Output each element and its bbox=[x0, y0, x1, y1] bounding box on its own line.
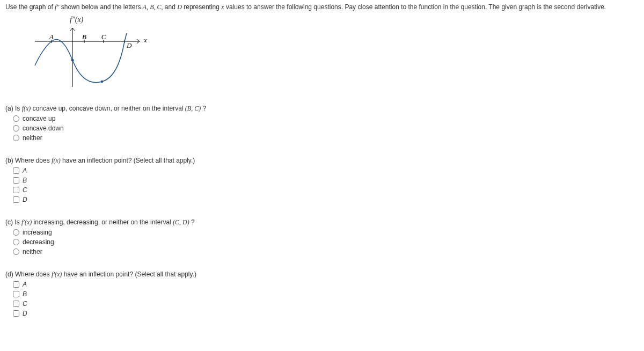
checkbox-b-2[interactable] bbox=[13, 187, 19, 193]
question-b-text: (b) Where does f(x) have an inflection p… bbox=[5, 157, 639, 165]
option-a-concave-up[interactable]: concave up bbox=[13, 115, 639, 122]
checkbox-d-2[interactable] bbox=[13, 301, 19, 307]
radio-c-2[interactable] bbox=[13, 248, 19, 255]
option-d-C[interactable]: C bbox=[13, 300, 639, 308]
option-a-neither[interactable]: neither bbox=[13, 134, 639, 142]
question-c-text: (c) Is f′(x) increasing, decreasing, or … bbox=[5, 218, 639, 226]
svg-point-8 bbox=[101, 81, 103, 83]
second-derivative-graph: A B C D x bbox=[32, 25, 150, 90]
point-label-d: D bbox=[126, 41, 132, 49]
radio-a-1[interactable] bbox=[13, 125, 19, 131]
question-d: (d) Where does f′(x) have an inflection … bbox=[5, 270, 639, 317]
checkbox-d-1[interactable] bbox=[13, 291, 19, 297]
question-a: (a) Is f(x) concave up, concave down, or… bbox=[5, 105, 639, 142]
svg-point-7 bbox=[71, 59, 74, 61]
option-d-D[interactable]: D bbox=[13, 310, 639, 317]
option-b-A[interactable]: A bbox=[13, 167, 639, 174]
option-b-D[interactable]: D bbox=[13, 196, 639, 203]
question-a-text: (a) Is f(x) concave up, concave down, or… bbox=[5, 105, 639, 113]
option-d-B[interactable]: B bbox=[13, 290, 639, 298]
option-c-increasing[interactable]: increasing bbox=[13, 229, 639, 236]
y-axis-label: f″(x) bbox=[70, 16, 150, 24]
question-c: (c) Is f′(x) increasing, decreasing, or … bbox=[5, 218, 639, 255]
x-axis-label: x bbox=[143, 36, 147, 44]
point-label-a: A bbox=[49, 33, 54, 41]
option-a-concave-down[interactable]: concave down bbox=[13, 125, 639, 132]
radio-a-2[interactable] bbox=[13, 135, 19, 141]
graph-figure: f″(x) A B C D x bbox=[32, 16, 150, 90]
option-c-decreasing[interactable]: decreasing bbox=[13, 238, 639, 246]
checkbox-b-3[interactable] bbox=[13, 196, 19, 203]
checkbox-d-3[interactable] bbox=[13, 310, 19, 317]
question-d-text: (d) Where does f′(x) have an inflection … bbox=[5, 270, 639, 279]
checkbox-b-0[interactable] bbox=[13, 167, 19, 174]
point-label-b: B bbox=[82, 33, 86, 41]
checkbox-d-0[interactable] bbox=[13, 281, 19, 288]
checkbox-b-1[interactable] bbox=[13, 177, 19, 184]
option-b-C[interactable]: C bbox=[13, 186, 639, 194]
question-b: (b) Where does f(x) have an inflection p… bbox=[5, 157, 639, 203]
radio-c-0[interactable] bbox=[13, 229, 19, 236]
point-label-c: C bbox=[101, 33, 106, 41]
radio-a-0[interactable] bbox=[13, 115, 19, 122]
radio-c-1[interactable] bbox=[13, 239, 19, 245]
intro-text: Use the graph of f″ shown below and the … bbox=[5, 3, 639, 11]
option-d-A[interactable]: A bbox=[13, 281, 639, 288]
option-b-B[interactable]: B bbox=[13, 177, 639, 184]
option-c-neither[interactable]: neither bbox=[13, 248, 639, 255]
